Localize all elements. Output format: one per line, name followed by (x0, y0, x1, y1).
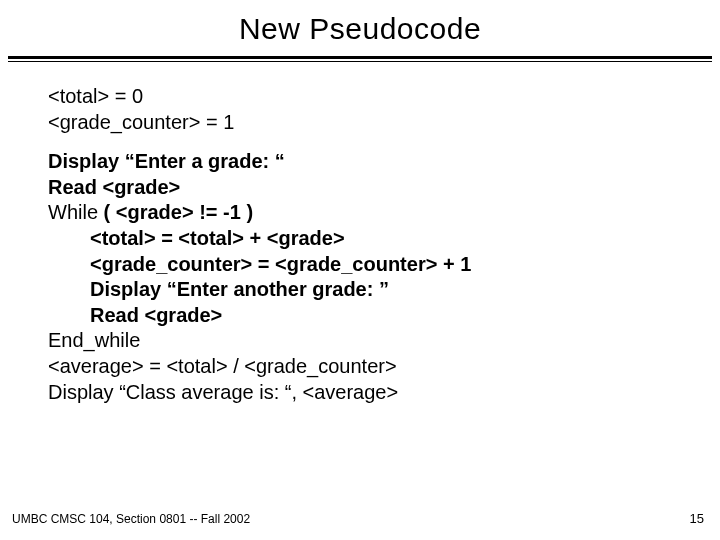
footer-course-info: UMBC CMSC 104, Section 0801 -- Fall 2002 (12, 512, 250, 526)
code-line: Display “Enter a grade: “ (48, 149, 720, 175)
code-line: Display “Enter another grade: ” (90, 277, 720, 303)
divider-thin (8, 61, 712, 62)
code-line: <total> = <total> + <grade> (90, 226, 720, 252)
code-line: End_while (48, 328, 720, 354)
code-line: <grade_counter> = <grade_counter> + 1 (90, 252, 720, 278)
init-block: <total> = 0 <grade_counter> = 1 (48, 84, 720, 135)
code-line: While ( <grade> != -1 ) (48, 200, 720, 226)
divider-thick (8, 56, 712, 59)
slide-title: New Pseudocode (0, 12, 720, 46)
while-keyword: While (48, 201, 98, 223)
content-area: <total> = 0 <grade_counter> = 1 Display … (48, 84, 720, 405)
code-line: Display “Class average is: “, <average> (48, 380, 720, 406)
code-line: Read <grade> (90, 303, 720, 329)
code-line: <total> = 0 (48, 84, 720, 110)
code-line: <grade_counter> = 1 (48, 110, 720, 136)
slide-number: 15 (690, 511, 704, 526)
code-line: Read <grade> (48, 175, 720, 201)
while-condition: ( <grade> != -1 ) (98, 201, 253, 223)
code-line: <average> = <total> / <grade_counter> (48, 354, 720, 380)
pseudocode-block: Display “Enter a grade: “ Read <grade> W… (48, 149, 720, 405)
title-divider (0, 56, 720, 62)
